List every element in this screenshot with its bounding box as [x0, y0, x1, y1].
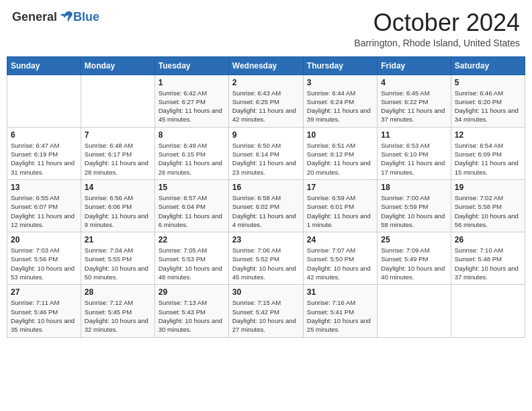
calendar-cell: 25Sunrise: 7:09 AMSunset: 5:49 PMDayligh…: [378, 232, 451, 285]
header: General Blue October 2024 Barrington, Rh…: [7, 7, 525, 51]
day-number: 26: [455, 235, 521, 244]
day-info: Sunrise: 7:06 AMSunset: 5:52 PMDaylight:…: [232, 246, 300, 281]
day-number: 25: [381, 235, 447, 244]
day-number: 11: [381, 130, 447, 140]
day-number: 14: [85, 183, 151, 192]
calendar-cell: 6Sunrise: 6:47 AMSunset: 6:19 PMDaylight…: [7, 127, 81, 179]
day-info: Sunrise: 6:55 AMSunset: 6:07 PMDaylight:…: [11, 193, 77, 229]
day-number: 22: [159, 235, 225, 244]
day-number: 24: [307, 235, 373, 244]
day-number: 1: [159, 78, 225, 87]
day-number: 8: [159, 130, 225, 140]
day-number: 19: [455, 183, 521, 192]
week-row-4: 20Sunrise: 7:03 AMSunset: 5:56 PMDayligh…: [7, 232, 525, 285]
day-number: 10: [307, 130, 373, 140]
logo-bird-icon: [58, 9, 73, 24]
day-info: Sunrise: 7:02 AMSunset: 5:58 PMDaylight:…: [455, 193, 521, 229]
calendar-cell: 13Sunrise: 6:55 AMSunset: 6:07 PMDayligh…: [7, 179, 81, 232]
calendar-cell: 18Sunrise: 7:00 AMSunset: 5:59 PMDayligh…: [378, 179, 451, 232]
day-info: Sunrise: 6:42 AMSunset: 6:27 PMDaylight:…: [159, 89, 225, 124]
day-info: Sunrise: 7:16 AMSunset: 5:41 PMDaylight:…: [307, 298, 373, 334]
day-number: 31: [307, 287, 373, 297]
day-info: Sunrise: 6:43 AMSunset: 6:25 PMDaylight:…: [232, 89, 300, 124]
calendar-cell: 20Sunrise: 7:03 AMSunset: 5:56 PMDayligh…: [7, 232, 81, 285]
day-info: Sunrise: 6:50 AMSunset: 6:14 PMDaylight:…: [232, 141, 300, 177]
day-number: 29: [159, 287, 225, 297]
day-info: Sunrise: 6:48 AMSunset: 6:17 PMDaylight:…: [85, 141, 151, 177]
day-number: 21: [85, 235, 151, 244]
weekday-header-wednesday: Wednesday: [228, 56, 303, 75]
day-info: Sunrise: 6:51 AMSunset: 6:12 PMDaylight:…: [307, 141, 373, 177]
logo-general-text: General: [12, 10, 57, 24]
weekday-header-tuesday: Tuesday: [154, 56, 228, 75]
day-info: Sunrise: 6:53 AMSunset: 6:10 PMDaylight:…: [381, 141, 447, 177]
calendar-cell: 19Sunrise: 7:02 AMSunset: 5:58 PMDayligh…: [451, 179, 525, 232]
calendar-cell: 21Sunrise: 7:04 AMSunset: 5:55 PMDayligh…: [81, 232, 154, 285]
calendar-cell: 9Sunrise: 6:50 AMSunset: 6:14 PMDaylight…: [228, 127, 303, 179]
calendar-cell: 29Sunrise: 7:13 AMSunset: 5:43 PMDayligh…: [154, 285, 228, 337]
calendar-cell: 1Sunrise: 6:42 AMSunset: 6:27 PMDaylight…: [154, 75, 228, 127]
calendar-cell: 22Sunrise: 7:05 AMSunset: 5:53 PMDayligh…: [154, 232, 228, 285]
day-info: Sunrise: 7:10 AMSunset: 5:48 PMDaylight:…: [455, 246, 521, 281]
day-number: 27: [11, 287, 77, 297]
calendar-table: SundayMondayTuesdayWednesdayThursdayFrid…: [7, 56, 525, 338]
day-info: Sunrise: 6:45 AMSunset: 6:22 PMDaylight:…: [381, 89, 447, 124]
calendar-cell: 30Sunrise: 7:15 AMSunset: 5:42 PMDayligh…: [228, 285, 303, 337]
day-info: Sunrise: 6:54 AMSunset: 6:09 PMDaylight:…: [455, 141, 521, 177]
calendar-cell: 4Sunrise: 6:45 AMSunset: 6:22 PMDaylight…: [378, 75, 451, 127]
location-title: Barrington, Rhode Island, United States: [354, 38, 520, 48]
calendar-cell: 27Sunrise: 7:11 AMSunset: 5:46 PMDayligh…: [7, 285, 81, 337]
week-row-2: 6Sunrise: 6:47 AMSunset: 6:19 PMDaylight…: [7, 127, 525, 179]
day-number: 5: [455, 78, 521, 87]
day-number: 7: [85, 130, 151, 140]
day-info: Sunrise: 6:57 AMSunset: 6:04 PMDaylight:…: [159, 193, 225, 229]
day-number: 9: [232, 130, 300, 140]
day-number: 23: [232, 235, 300, 244]
day-info: Sunrise: 6:49 AMSunset: 6:15 PMDaylight:…: [159, 141, 225, 177]
calendar-cell: 2Sunrise: 6:43 AMSunset: 6:25 PMDaylight…: [228, 75, 303, 127]
month-title: October 2024: [354, 9, 520, 36]
calendar-cell: 10Sunrise: 6:51 AMSunset: 6:12 PMDayligh…: [303, 127, 377, 179]
day-info: Sunrise: 6:58 AMSunset: 6:02 PMDaylight:…: [232, 193, 300, 229]
weekday-header-sunday: Sunday: [7, 56, 81, 75]
calendar-cell: 3Sunrise: 6:44 AMSunset: 6:24 PMDaylight…: [303, 75, 377, 127]
day-info: Sunrise: 7:09 AMSunset: 5:49 PMDaylight:…: [381, 246, 447, 281]
logo: General Blue: [12, 9, 99, 24]
calendar-cell: [7, 75, 81, 127]
calendar-cell: 14Sunrise: 6:56 AMSunset: 6:06 PMDayligh…: [81, 179, 154, 232]
weekday-header-friday: Friday: [378, 56, 451, 75]
day-number: 12: [455, 130, 521, 140]
calendar-cell: 16Sunrise: 6:58 AMSunset: 6:02 PMDayligh…: [228, 179, 303, 232]
calendar-cell: 23Sunrise: 7:06 AMSunset: 5:52 PMDayligh…: [228, 232, 303, 285]
weekday-header-saturday: Saturday: [451, 56, 525, 75]
weekday-header-row: SundayMondayTuesdayWednesdayThursdayFrid…: [7, 56, 525, 75]
day-info: Sunrise: 6:56 AMSunset: 6:06 PMDaylight:…: [85, 193, 151, 229]
day-number: 17: [307, 183, 373, 192]
calendar-cell: 15Sunrise: 6:57 AMSunset: 6:04 PMDayligh…: [154, 179, 228, 232]
calendar-cell: 5Sunrise: 6:46 AMSunset: 6:20 PMDaylight…: [451, 75, 525, 127]
day-number: 4: [381, 78, 447, 87]
calendar-cell: 24Sunrise: 7:07 AMSunset: 5:50 PMDayligh…: [303, 232, 377, 285]
calendar-cell: 28Sunrise: 7:12 AMSunset: 5:45 PMDayligh…: [81, 285, 154, 337]
calendar-cell: 8Sunrise: 6:49 AMSunset: 6:15 PMDaylight…: [154, 127, 228, 179]
day-number: 16: [232, 183, 300, 192]
day-number: 13: [11, 183, 77, 192]
day-info: Sunrise: 7:03 AMSunset: 5:56 PMDaylight:…: [11, 246, 77, 281]
day-info: Sunrise: 7:12 AMSunset: 5:45 PMDaylight:…: [85, 298, 151, 334]
day-info: Sunrise: 7:00 AMSunset: 5:59 PMDaylight:…: [381, 193, 447, 229]
day-number: 6: [11, 130, 77, 140]
day-number: 3: [307, 78, 373, 87]
day-info: Sunrise: 7:15 AMSunset: 5:42 PMDaylight:…: [232, 298, 300, 334]
calendar-cell: [451, 285, 525, 337]
calendar-cell: [378, 285, 451, 337]
calendar-cell: 11Sunrise: 6:53 AMSunset: 6:10 PMDayligh…: [378, 127, 451, 179]
week-row-1: 1Sunrise: 6:42 AMSunset: 6:27 PMDaylight…: [7, 75, 525, 127]
day-info: Sunrise: 7:04 AMSunset: 5:55 PMDaylight:…: [85, 246, 151, 281]
day-number: 15: [159, 183, 225, 192]
week-row-3: 13Sunrise: 6:55 AMSunset: 6:07 PMDayligh…: [7, 179, 525, 232]
day-number: 18: [381, 183, 447, 192]
calendar-cell: 12Sunrise: 6:54 AMSunset: 6:09 PMDayligh…: [451, 127, 525, 179]
day-number: 20: [11, 235, 77, 244]
week-row-5: 27Sunrise: 7:11 AMSunset: 5:46 PMDayligh…: [7, 285, 525, 337]
day-info: Sunrise: 7:13 AMSunset: 5:43 PMDaylight:…: [159, 298, 225, 334]
